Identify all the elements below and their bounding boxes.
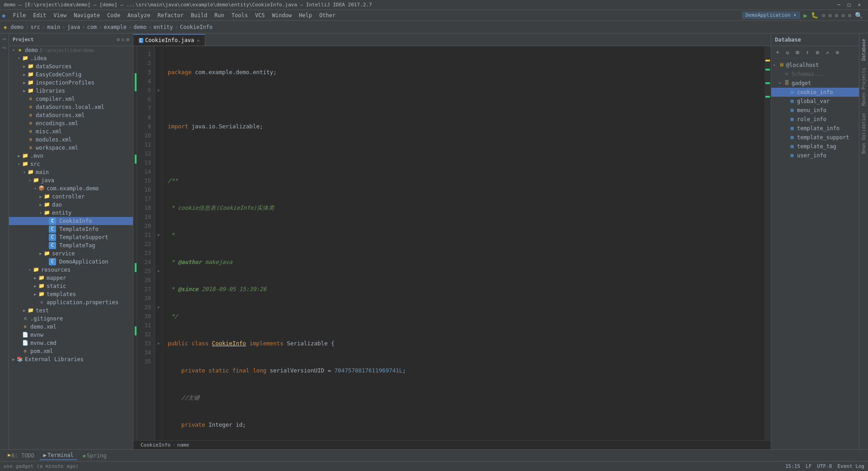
tree-item-mapper[interactable]: ▶ 📁 mapper — [9, 274, 133, 282]
db-up-button[interactable]: ↑ — [803, 48, 812, 57]
tree-item-static[interactable]: ▶ 📁 static — [9, 282, 133, 290]
nav-demo2[interactable]: demo — [133, 24, 146, 30]
right-tab-maven[interactable]: Maven Projects — [860, 64, 867, 109]
db-item-schemas[interactable]: ≡ Schemas... — [771, 70, 859, 79]
tree-item-test[interactable]: ▶ 📁 test — [9, 306, 133, 315]
nav-main[interactable]: main — [47, 24, 60, 30]
tree-item-appprops[interactable]: ≡ application.properties — [9, 298, 133, 306]
tree-item-datasources-local[interactable]: ⚙ dataSources.local.xml — [9, 103, 133, 111]
tree-item-demo-xml[interactable]: ⚙ demo.xml — [9, 323, 133, 331]
db-item-localhost[interactable]: ▾ 🖥 @localhost — [771, 61, 859, 70]
db-item-template-support[interactable]: ▦ template_support — [771, 133, 859, 142]
status-encoding[interactable]: UTF-8 — [817, 463, 832, 469]
tree-item-src[interactable]: ▾ 📁 src — [9, 160, 133, 168]
tree-item-cookieinfo[interactable]: C CookieInfo — [9, 217, 133, 225]
tree-item-idea[interactable]: ▾ 📁 .idea — [9, 54, 133, 62]
tree-item-encodings[interactable]: ⚙ encodings.xml — [9, 119, 133, 127]
tree-item-templatesupport[interactable]: C TemplateSupport — [9, 233, 133, 241]
run-config-dropdown[interactable]: DemoApplication ▾ — [742, 11, 800, 19]
menu-run[interactable]: Run — [211, 11, 228, 19]
tab-spring[interactable]: ❋ Spring — [79, 452, 110, 460]
tree-item-templates[interactable]: ▶ 📁 templates — [9, 290, 133, 298]
db-item-gadget[interactable]: ▾ 🗄 gadget — [771, 79, 859, 88]
menu-analyze[interactable]: Analyze — [124, 11, 154, 19]
breadcrumb-cookieinfo[interactable]: CookieInfo — [141, 442, 170, 448]
fold-arrow-5[interactable]: ▾ — [155, 86, 162, 95]
minimize-button[interactable]: ─ — [837, 2, 840, 8]
scrollbar-area[interactable] — [764, 46, 771, 440]
tab-cookieinfo[interactable]: C CookieInfo.java ✕ — [133, 34, 205, 46]
nav-entity[interactable]: entity — [153, 24, 173, 30]
db-item-global-var[interactable]: ▦ global_var — [771, 97, 859, 106]
debug-button[interactable]: 🐛 — [811, 12, 818, 19]
right-tab-database[interactable]: Database — [860, 35, 867, 64]
db-filter-button[interactable]: ⊞ — [793, 48, 802, 57]
tree-item-java[interactable]: ▾ 📁 java — [9, 176, 133, 184]
tree-item-controller[interactable]: ▶ 📁 controller — [9, 193, 133, 201]
menu-file[interactable]: File — [9, 11, 29, 19]
db-add-button[interactable]: + — [773, 48, 782, 57]
sidebar-expand[interactable]: ⊞ — [126, 37, 129, 42]
tree-item-templatetag[interactable]: C TemplateTag — [9, 241, 133, 250]
db-item-template-tag[interactable]: ▦ template_tag — [771, 142, 859, 151]
left-tab-1[interactable]: 1 — [1, 35, 8, 43]
tree-item-external-libs[interactable]: ▶ 📚 External Libraries — [9, 355, 133, 363]
status-linesep[interactable]: LF — [806, 463, 811, 469]
tree-item-easycode[interactable]: ▶ 📁 EasyCodeConfig — [9, 71, 133, 79]
nav-java[interactable]: java — [67, 24, 80, 30]
tree-item-misc-xml[interactable]: ⚙ misc.xml — [9, 127, 133, 136]
tree-item-resources[interactable]: ▾ 📁 resources — [9, 266, 133, 274]
fold-arrow-33[interactable]: ▾ — [155, 339, 162, 348]
tree-item-compiler-xml[interactable]: ⚙ compiler.xml — [9, 95, 133, 103]
db-refresh-button[interactable]: ↻ — [783, 48, 792, 57]
tree-item-dao[interactable]: ▶ 📁 dao — [9, 201, 133, 209]
sidebar-gear[interactable]: ⚙ — [117, 37, 120, 42]
tree-item-com-example-demo[interactable]: ▾ 📦 com.example.demo — [9, 184, 133, 193]
tree-item-entity[interactable]: ▾ 📁 entity — [9, 209, 133, 217]
close-button[interactable]: ✕ — [858, 2, 861, 8]
tree-item-inspections[interactable]: ▶ 📁 inspectionProfiles — [9, 79, 133, 87]
breadcrumb-name[interactable]: name — [177, 442, 189, 448]
tree-item-mvnw-cmd[interactable]: 📄 mvnw.cmd — [9, 339, 133, 347]
db-console-button[interactable]: ≡ — [833, 48, 842, 57]
menu-vcs[interactable]: VCS — [251, 11, 269, 19]
menu-tools[interactable]: Tools — [228, 11, 251, 19]
db-item-role-info[interactable]: ▦ role_info — [771, 115, 859, 124]
menu-edit[interactable]: Edit — [29, 11, 50, 19]
tree-item-demo-root[interactable]: ▾ ◆ demo E:\project\idea\demo — [9, 46, 133, 54]
tree-item-templateinfo[interactable]: C TemplateInfo — [9, 225, 133, 233]
tree-item-libraries[interactable]: ▶ 📁 libraries — [9, 87, 133, 95]
nav-com[interactable]: com — [87, 24, 97, 30]
left-tab-2[interactable]: 2 — [1, 44, 8, 52]
maximize-button[interactable]: □ — [848, 2, 851, 8]
nav-example[interactable]: example — [104, 24, 127, 30]
fold-arrow-25[interactable]: ▾ — [155, 267, 162, 276]
menu-navigate[interactable]: Navigate — [70, 11, 104, 19]
db-item-template-info[interactable]: ▦ template_info — [771, 124, 859, 133]
tree-item-modules-xml[interactable]: ⚙ modules.xml — [9, 136, 133, 144]
right-tab-validation[interactable]: Bean Validation — [860, 109, 867, 157]
nav-demo[interactable]: demo — [10, 24, 24, 30]
db-open-button[interactable]: ↗ — [823, 48, 832, 57]
menu-code[interactable]: Code — [104, 11, 124, 19]
menu-help[interactable]: Help — [295, 11, 316, 19]
db-settings-button[interactable]: ⚙ — [813, 48, 822, 57]
nav-src[interactable]: src — [30, 24, 40, 30]
tab-todo[interactable]: ⚑ 6: TODO — [4, 452, 38, 460]
tree-item-pom-xml[interactable]: ⚙ pom.xml — [9, 347, 133, 355]
tree-item-mvn[interactable]: ▶ 📁 .mvn — [9, 152, 133, 160]
menu-refactor[interactable]: Refactor — [154, 11, 187, 19]
db-item-user-info[interactable]: ▦ user_info — [771, 151, 859, 160]
menu-other[interactable]: Other — [316, 11, 339, 19]
code-text-area[interactable]: package com.example.demo.entity; import … — [162, 46, 764, 440]
tree-item-datasources[interactable]: ▶ 📁 dataSources — [9, 62, 133, 71]
db-item-menu-info[interactable]: ▦ menu_info — [771, 106, 859, 115]
fold-arrow-21[interactable]: ▾ — [155, 231, 162, 240]
search-everywhere-button[interactable]: 🔍 — [855, 12, 863, 19]
run-button[interactable]: ▶ — [804, 12, 807, 19]
menu-view[interactable]: View — [50, 11, 70, 19]
tree-item-demoapplication[interactable]: C DemoApplication — [9, 258, 133, 266]
tree-item-gitignore[interactable]: ⚙ .gitignore — [9, 315, 133, 323]
tree-item-mvnw[interactable]: 📄 mvnw — [9, 331, 133, 339]
status-eventlog[interactable]: Event Log — [837, 463, 864, 469]
